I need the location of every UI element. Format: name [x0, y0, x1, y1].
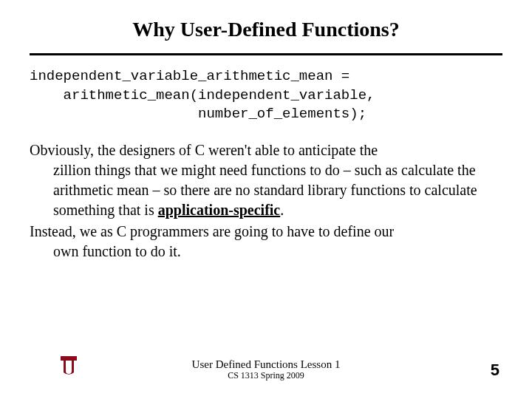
p2-rest: own function to do it.	[53, 243, 181, 259]
slide-title: Why User-Defined Functions?	[30, 18, 502, 49]
paragraph-1: Obviously, the designers of C weren't ab…	[30, 140, 502, 220]
footer-course: CS 1313 Spring 2009	[0, 371, 532, 381]
footer: User Defined Functions Lesson 1 CS 1313 …	[0, 350, 532, 386]
slide: Why User-Defined Functions? independent_…	[0, 0, 532, 399]
code-block: independent_variable_arithmetic_mean = a…	[30, 67, 502, 124]
page-number: 5	[491, 361, 499, 380]
p1-period: .	[280, 202, 284, 218]
footer-lesson: User Defined Functions Lesson 1	[192, 358, 341, 370]
application-specific-term: application-specific	[158, 202, 281, 218]
code-line-1: independent_variable_arithmetic_mean =	[30, 68, 349, 84]
code-line-3: number_of_elements);	[30, 106, 366, 122]
p2-lead: Instead, we as C programmers are going t…	[30, 223, 394, 239]
p1-lead: Obviously, the designers of C weren't ab…	[30, 142, 378, 158]
code-line-2: arithmetic_mean(independent_variable,	[30, 87, 375, 103]
paragraph-2: Instead, we as C programmers are going t…	[30, 222, 502, 262]
p2-indent: own function to do it.	[30, 242, 502, 262]
title-underline	[30, 53, 502, 55]
p1-indent: zillion things that we might need functi…	[30, 160, 502, 220]
footer-text: User Defined Functions Lesson 1 CS 1313 …	[0, 358, 532, 381]
body-text: Obviously, the designers of C weren't ab…	[30, 140, 502, 262]
